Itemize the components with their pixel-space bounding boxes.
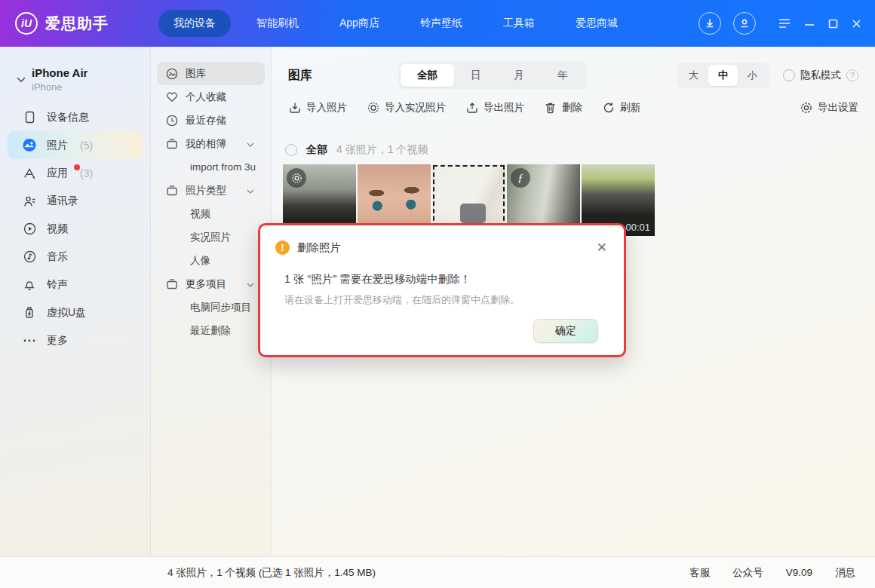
official-account-link[interactable]: 公众号 [732,566,763,580]
gallery-icon [166,68,178,80]
clock-icon [166,115,178,127]
dialog-close-icon[interactable]: ✕ [594,238,610,257]
minimize-icon[interactable] [804,19,815,28]
support-link[interactable]: 客服 [689,566,710,580]
page-title: 图库 [288,68,398,84]
album-item-photo-types[interactable]: 照片类型 [157,179,265,202]
export-settings-button[interactable]: 导出设置 [800,101,858,115]
chevron-down-icon[interactable] [247,185,254,196]
export-photos-button[interactable]: 导出照片 [465,101,524,115]
view-tab-all[interactable]: 全部 [401,64,454,87]
sidebar-item-ringtones[interactable]: 铃声 [8,271,143,299]
albums-sidebar: 图库 个人收藏 最近存储 我的相簿 import from 3u 照片类型 [151,47,272,556]
album-item-import-from-3u[interactable]: import from 3u [157,155,265,179]
toolbar-button-label: 导入实况照片 [385,101,446,115]
delete-button[interactable]: 删除 [544,101,582,115]
group-title: 全部 [306,143,327,157]
messages-link[interactable]: 消息 [835,566,855,580]
header-right-controls [698,12,875,35]
nav-tab-my-device[interactable]: 我的设备 [158,10,231,37]
view-tab-month[interactable]: 月 [498,64,542,87]
maximize-icon[interactable] [828,19,838,29]
f-badge-icon: ƒ [511,168,530,188]
chevron-down-icon[interactable] [247,138,254,149]
window-controls [778,19,861,29]
nav-tab-mall[interactable]: 爱思商城 [560,10,633,37]
usb-drive-icon [23,306,36,320]
menu-icon[interactable] [778,19,791,28]
refresh-button[interactable]: 刷新 [602,101,640,115]
view-tab-year[interactable]: 年 [541,64,585,87]
album-item-pc-synced[interactable]: 电脑同步项目 [157,296,265,319]
sidebar-item-label: 照片 [47,139,68,152]
app-title: 爱思助手 [45,14,109,34]
sidebar-item-label: 更多 [47,334,68,348]
phone-icon [23,111,36,124]
confirm-button[interactable]: 确定 [533,319,598,343]
delete-photos-dialog: ! 删除照片 ✕ 1 张 “照片” 需要在爱思移动端中删除！ 请在设备上打开爱思… [258,223,626,357]
album-item-favorites[interactable]: 个人收藏 [157,85,265,109]
sidebar-item-apps[interactable]: 应用 (3) [8,159,143,187]
apps-icon [23,167,36,180]
device-selector[interactable]: iPhone Air iPhone [0,63,150,103]
album-item-live-photos[interactable]: 实况照片 [157,225,265,249]
nav-tab-toolbox[interactable]: 工具箱 [488,10,550,37]
nav-tab-ringtone-wallpaper[interactable]: 铃声壁纸 [405,10,477,37]
import-icon [288,102,301,115]
album-item-more-items[interactable]: 更多项目 [157,272,265,296]
toolbar-button-label: 导出照片 [484,101,524,115]
photos-icon [23,139,36,152]
device-sidebar: iPhone Air iPhone 设备信息 照片 (5) 应用 (3) [0,47,151,556]
album-item-videos[interactable]: 视频 [157,202,265,225]
selection-summary: 4 张照片，1 个视频 (已选 1 张照片，1.45 MB) [0,566,376,580]
album-item-label: 最近存储 [186,114,226,127]
size-tab-large[interactable]: 大 [679,65,708,86]
download-icon[interactable] [698,12,721,35]
sidebar-item-label: 通讯录 [47,194,78,208]
device-type: iPhone [32,81,88,93]
album-item-gallery[interactable]: 图库 [157,62,265,85]
import-photos-button[interactable]: 导入照片 [288,101,347,115]
size-tab-medium[interactable]: 中 [708,65,738,86]
toolbar-button-label: 导出设置 [818,101,858,115]
sidebar-item-virtual-usb[interactable]: 虚拟U盘 [8,299,143,326]
nav-tab-flash[interactable]: 智能刷机 [241,10,314,37]
privacy-mode-label: 隐私模式 [800,69,841,82]
dialog-header: ! 删除照片 ✕ [260,225,624,257]
close-window-icon[interactable] [852,19,861,29]
user-icon[interactable] [733,12,756,35]
sidebar-item-videos[interactable]: 视频 [8,215,143,243]
status-links: 客服 公众号 V9.09 消息 [689,566,875,580]
album-item-label: 个人收藏 [186,90,226,104]
select-all-checkbox[interactable] [285,144,297,156]
sidebar-item-contacts[interactable]: 通讯录 [8,187,143,215]
album-item-label: import from 3u [190,161,256,173]
notification-dot [74,164,80,170]
view-tab-day[interactable]: 日 [454,64,498,87]
sidebar-item-label: 铃声 [47,278,68,292]
album-item-label: 视频 [190,207,210,221]
main-header: 图库 全部 日 月 年 大 中 小 隐私模式 ? [272,47,875,95]
album-item-my-albums[interactable]: 我的相簿 [157,132,265,155]
sidebar-item-more[interactable]: 更多 [8,326,143,354]
nav-tab-app-store[interactable]: App商店 [324,10,395,37]
dialog-title: 删除照片 [297,240,341,255]
album-item-recent[interactable]: 最近存储 [157,109,265,132]
album-item-recently-deleted[interactable]: 最近删除 [157,319,265,342]
privacy-mode-toggle[interactable] [783,69,795,81]
sidebar-item-photos[interactable]: 照片 (5) [8,131,143,159]
toolbar-button-label: 导入照片 [306,101,347,115]
album-item-label: 实况照片 [190,231,231,244]
album-item-portraits[interactable]: 人像 [157,249,265,272]
trash-icon [544,102,557,115]
sidebar-item-label: 音乐 [47,250,68,264]
import-live-photos-button[interactable]: 导入实况照片 [367,101,446,115]
chevron-down-icon[interactable] [247,278,254,289]
sidebar-item-label: 视频 [47,222,68,236]
size-tab-small[interactable]: 小 [738,65,767,86]
contacts-icon [23,194,36,208]
sidebar-item-music[interactable]: 音乐 [8,243,143,271]
sidebar-item-device-info[interactable]: 设备信息 [8,103,143,131]
album-item-label: 照片类型 [186,184,226,198]
help-icon[interactable]: ? [846,69,858,81]
